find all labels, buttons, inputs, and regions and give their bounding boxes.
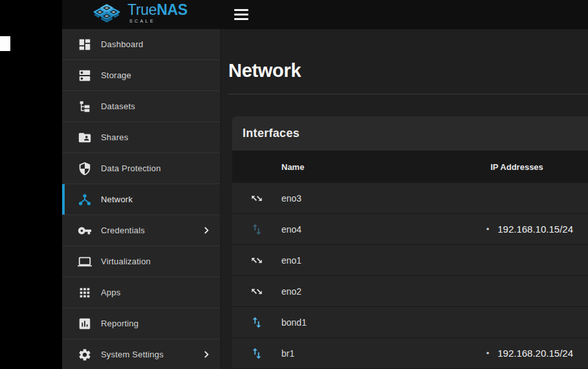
- interface-name: eno4: [281, 224, 433, 235]
- menu-toggle-button[interactable]: [234, 9, 250, 20]
- chevron-right-icon: [201, 225, 212, 236]
- brand-nas: NAS: [157, 1, 188, 18]
- interface-name: br1: [281, 348, 433, 359]
- truenas-logo-icon: [92, 4, 122, 25]
- sidebar-item-network[interactable]: Network: [62, 184, 220, 215]
- table-row-eno3[interactable]: eno3: [232, 183, 588, 214]
- datasets-icon: [78, 100, 92, 114]
- table-row-eno2[interactable]: eno2: [232, 276, 588, 307]
- sidebar-item-label: Credentials: [101, 226, 145, 235]
- interface-up-icon: [250, 222, 264, 237]
- table-row-eno1[interactable]: eno1: [232, 245, 588, 276]
- interface-up-icon: [250, 315, 264, 330]
- sidebar-item-apps[interactable]: Apps: [62, 277, 220, 308]
- interface-down-icon: [250, 284, 264, 299]
- sidebar-item-virtualization[interactable]: Virtualization: [62, 246, 220, 277]
- interfaces-card: Interfaces Name IP Addresses eno3eno4•19…: [232, 116, 588, 369]
- interface-ip-addresses: •192.168.10.15/24: [433, 224, 588, 235]
- bullet-icon: •: [486, 225, 490, 233]
- chevron-right-icon: [201, 349, 212, 360]
- sidebar-item-dashboard[interactable]: Dashboard: [62, 29, 220, 60]
- sidebar-item-shares[interactable]: Shares: [62, 122, 220, 153]
- sidebar-item-label: Network: [101, 195, 133, 204]
- sidebar-item-label: System Settings: [101, 350, 164, 359]
- apps-icon: [78, 286, 92, 300]
- key-icon: [78, 224, 92, 238]
- sidebar-item-label: Reporting: [101, 319, 138, 328]
- laptop-icon: [78, 255, 92, 269]
- table-header-row: Name IP Addresses: [232, 151, 588, 183]
- screen-artifact: [0, 36, 10, 51]
- interface-up-icon: [250, 346, 264, 361]
- interface-down-icon: [250, 191, 264, 206]
- shares-icon: [78, 131, 92, 145]
- sidebar-item-label: Datasets: [101, 101, 135, 111]
- storage-icon: [78, 69, 92, 83]
- interface-name: eno2: [281, 286, 433, 297]
- menu-icon: [234, 9, 248, 11]
- sidebar-item-credentials[interactable]: Credentials: [62, 215, 220, 246]
- ip-address-value: 192.168.10.15/24: [497, 224, 573, 235]
- desktop-background: [0, 0, 62, 369]
- interface-down-icon: [250, 253, 264, 268]
- truenas-app-window: TrueNAS SCALE DashboardStorageDatasetsSh…: [62, 0, 588, 369]
- top-bar: TrueNAS SCALE: [62, 0, 588, 29]
- interfaces-card-header: Interfaces: [232, 116, 588, 151]
- interfaces-card-title: Interfaces: [243, 127, 299, 140]
- interface-ip-addresses: •192.168.20.15/24: [433, 348, 588, 359]
- shield-icon: [78, 162, 92, 176]
- brand-text: TrueNAS SCALE: [127, 3, 188, 23]
- network-icon: [78, 193, 92, 207]
- table-row-bond1[interactable]: bond1: [232, 307, 588, 338]
- sidebar-item-storage[interactable]: Storage: [62, 60, 220, 91]
- sidebar-item-datasets[interactable]: Datasets: [62, 91, 220, 122]
- sidebar-item-label: Dashboard: [101, 39, 143, 49]
- main-content: Network Interfaces Name IP Addresses eno…: [221, 29, 588, 369]
- interfaces-table-body: eno3eno4•192.168.10.15/24eno1eno2bond1br…: [232, 183, 588, 369]
- sidebar-item-reporting[interactable]: Reporting: [62, 308, 220, 339]
- title-divider: [228, 94, 588, 94]
- brand-scale-label: SCALE: [129, 19, 188, 23]
- sidebar-nav: DashboardStorageDatasetsSharesData Prote…: [62, 29, 221, 369]
- sidebar-item-label: Apps: [101, 288, 120, 297]
- gear-icon: [78, 348, 92, 362]
- truenas-logo[interactable]: TrueNAS SCALE: [92, 3, 188, 25]
- interface-name: eno3: [281, 193, 433, 204]
- table-row-br1[interactable]: br1•192.168.20.15/24: [232, 338, 588, 369]
- dashboard-icon: [78, 37, 92, 52]
- sidebar-item-label: Virtualization: [101, 257, 151, 266]
- interface-name: bond1: [281, 317, 433, 328]
- interface-name: eno1: [281, 255, 433, 266]
- sidebar-item-label: Data Protection: [101, 163, 161, 173]
- ip-address-value: 192.168.20.15/24: [497, 348, 573, 359]
- table-row-eno4[interactable]: eno4•192.168.10.15/24: [232, 214, 588, 245]
- bullet-icon: •: [486, 349, 490, 357]
- page-title: Network: [228, 61, 588, 80]
- column-header-ip-addresses: IP Addresses: [433, 162, 588, 172]
- sidebar-item-data-protection[interactable]: Data Protection: [62, 153, 220, 184]
- screen: TrueNAS SCALE DashboardStorageDatasetsSh…: [0, 0, 588, 369]
- sidebar-item-label: Storage: [101, 70, 131, 80]
- column-header-name: Name: [281, 162, 433, 172]
- brand-true: True: [127, 1, 157, 18]
- sidebar-item-system-settings[interactable]: System Settings: [62, 339, 220, 369]
- sidebar-item-label: Shares: [101, 132, 128, 142]
- report-icon: [78, 317, 92, 331]
